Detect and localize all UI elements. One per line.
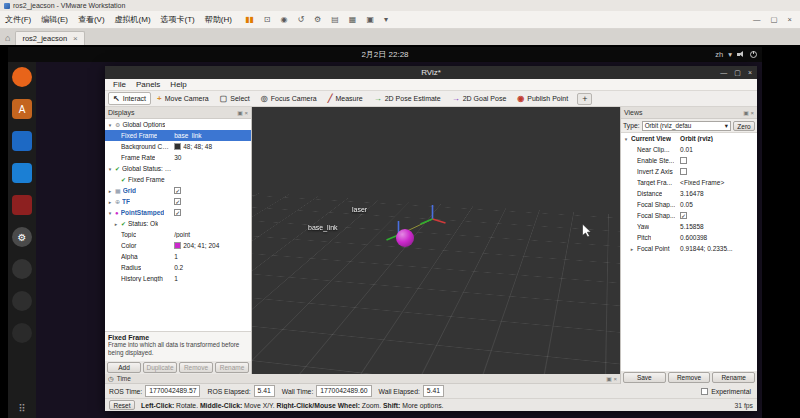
property-value-cell[interactable]: base_link xyxy=(172,132,251,139)
expander-icon[interactable]: ▾ xyxy=(107,166,113,172)
view-type-select[interactable]: Orbit (rviz_defau ▾ xyxy=(642,121,731,131)
experimental-checkbox[interactable] xyxy=(701,388,708,395)
value-checkbox[interactable]: ✓ xyxy=(174,198,181,205)
dock-app-icon[interactable] xyxy=(12,131,32,151)
dock-app-icon[interactable] xyxy=(12,195,32,215)
vmware-toolbar-icon[interactable]: ▮▮ xyxy=(245,15,254,24)
expander-icon[interactable]: ▾ xyxy=(107,122,113,128)
rviz-window-control-button[interactable]: × xyxy=(748,69,752,76)
expander-icon[interactable]: ▸ xyxy=(107,199,113,205)
dock-app-icon[interactable] xyxy=(12,323,32,343)
display-property-row[interactable]: ▸ ⊕ TF ✓ xyxy=(105,196,251,207)
display-property-row[interactable]: ▾ ✔ Global Status: Ok xyxy=(105,163,251,174)
panel-header-buttons[interactable]: ▣ × xyxy=(606,375,617,382)
vmware-toolbar-icon[interactable]: ⊡ xyxy=(264,15,271,24)
display-property-row[interactable]: ✔ Fixed Frame xyxy=(105,174,251,185)
vmware-menu-item[interactable]: 查看(V) xyxy=(73,14,110,25)
display-property-row[interactable]: ▸ ✔ Status: Ok xyxy=(105,218,251,229)
property-value-cell[interactable]: 204; 41; 204 xyxy=(172,242,251,249)
volume-icon[interactable] xyxy=(737,51,745,59)
window-control-button[interactable]: × xyxy=(788,15,792,24)
displays-panel-button[interactable]: Rename xyxy=(215,362,249,373)
display-property-row[interactable]: History Length 1 xyxy=(105,273,251,284)
property-value-cell[interactable]: 48; 48; 48 xyxy=(172,143,251,150)
property-value-cell[interactable]: 0.600398 xyxy=(678,234,757,241)
expander-icon[interactable]: ▸ xyxy=(107,188,113,194)
property-value-cell[interactable]: <Fixed Frame> xyxy=(678,179,757,186)
vmware-toolbar-icon[interactable]: ▦ xyxy=(349,15,357,24)
view-property-row[interactable]: Focal Shap... ✓ xyxy=(621,210,757,221)
add-tool-button[interactable]: + xyxy=(577,93,592,105)
property-value-cell[interactable]: ✓ xyxy=(172,198,251,205)
rviz-tool-button[interactable]: ╱ Measure xyxy=(323,92,368,105)
property-value-cell[interactable]: 30 xyxy=(172,154,251,161)
property-value-cell[interactable]: 1 xyxy=(172,253,251,260)
value-checkbox[interactable] xyxy=(680,168,687,175)
reset-button[interactable]: Reset xyxy=(109,400,135,410)
rviz-tool-button[interactable]: → 2D Goal Pose xyxy=(447,92,512,105)
rviz-window-control-button[interactable]: ▢ xyxy=(734,69,741,77)
display-property-row[interactable]: Frame Rate 30 xyxy=(105,152,251,163)
vmware-toolbar-icon[interactable]: ◉ xyxy=(280,15,287,24)
expander-icon[interactable]: ▾ xyxy=(107,210,113,216)
displays-panel-button[interactable]: Add xyxy=(107,362,141,373)
panel-header-buttons[interactable]: ▣ × xyxy=(743,109,754,116)
view-property-row[interactable]: Enable Ste... xyxy=(621,155,757,166)
panel-header-buttons[interactable]: ▣ × xyxy=(237,109,248,116)
vmware-menu-item[interactable]: 选项卡(T) xyxy=(156,14,200,25)
property-value-cell[interactable]: /point xyxy=(172,231,251,238)
vmware-menu-item[interactable]: 编辑(E) xyxy=(36,14,73,25)
vmware-toolbar-icon[interactable]: ▾ xyxy=(384,15,388,24)
expander-icon[interactable]: ▸ xyxy=(629,246,635,252)
rviz-tool-button[interactable]: ▢ Select xyxy=(215,92,255,105)
rviz-menu-item[interactable]: Panels xyxy=(131,80,165,89)
display-property-row[interactable]: ▸ ▦ Grid ✓ xyxy=(105,185,251,196)
dock-app-icon[interactable] xyxy=(12,67,32,87)
rviz-titlebar[interactable]: RViz* —▢× xyxy=(105,66,757,79)
expander-icon[interactable]: ▸ xyxy=(113,221,119,227)
vm-tab[interactable]: ros2_jeacson × xyxy=(15,31,84,45)
rviz-tool-button[interactable]: ↖ Interact xyxy=(108,92,151,105)
view-property-row[interactable]: Pitch 0.600398 xyxy=(621,232,757,243)
rviz-menu-item[interactable]: Help xyxy=(165,80,191,89)
view-property-row[interactable]: Distance 3.16478 xyxy=(621,188,757,199)
property-value-cell[interactable]: 1 xyxy=(172,275,251,282)
vmware-menu-item[interactable]: 文件(F) xyxy=(0,14,36,25)
experimental-toggle[interactable]: Experimental xyxy=(701,388,751,395)
view-property-row[interactable]: Yaw 5.15858 xyxy=(621,221,757,232)
property-value-cell[interactable]: ✓ xyxy=(678,212,757,219)
input-method-indicator[interactable]: zh xyxy=(715,50,723,59)
rviz-tool-button[interactable]: → 2D Pose Estimate xyxy=(369,92,446,105)
view-property-row[interactable]: Focal Shap... 0.05 xyxy=(621,199,757,210)
rviz-tool-button[interactable]: + Move Camera xyxy=(152,92,214,105)
view-property-row[interactable]: ▾ Current View Orbit (rviz) xyxy=(621,133,757,144)
topbar-system-tray[interactable]: zh ▾ xyxy=(715,47,757,62)
zero-button[interactable]: Zero xyxy=(733,121,755,131)
expander-icon[interactable]: ▾ xyxy=(623,136,629,142)
display-property-row[interactable]: Topic /point xyxy=(105,229,251,240)
display-property-row[interactable]: ▾ ⚙ Global Options xyxy=(105,119,251,130)
vmware-menu-item[interactable]: 帮助(H) xyxy=(200,14,237,25)
dock-app-icon[interactable]: ⚙ xyxy=(12,227,32,247)
property-value-cell[interactable] xyxy=(678,168,757,175)
vmware-toolbar-icon[interactable]: ⚙ xyxy=(314,15,321,24)
display-property-row[interactable]: Background Color 48; 48; 48 xyxy=(105,141,251,152)
vmware-toolbar-icon[interactable]: ▤ xyxy=(331,15,339,24)
display-property-row[interactable]: Radius 0.2 xyxy=(105,262,251,273)
views-panel-button[interactable]: Remove xyxy=(668,372,711,383)
window-control-button[interactable]: — xyxy=(753,15,761,24)
property-value-cell[interactable]: ✓ xyxy=(172,187,251,194)
dock-app-icon[interactable] xyxy=(12,163,32,183)
property-value-cell[interactable]: Orbit (rviz) xyxy=(678,135,757,142)
home-icon[interactable]: ⌂ xyxy=(3,33,15,45)
view-property-row[interactable]: Near Clip... 0.01 xyxy=(621,144,757,155)
property-value-cell[interactable]: 0.91844; 0.2335... xyxy=(678,245,757,252)
displays-panel-button[interactable]: Remove xyxy=(179,362,213,373)
dock-app-icon[interactable] xyxy=(12,291,32,311)
property-value-cell[interactable]: 5.15858 xyxy=(678,223,757,230)
dock-app-icon[interactable]: A xyxy=(12,99,32,119)
power-icon[interactable] xyxy=(750,51,757,58)
value-checkbox[interactable]: ✓ xyxy=(174,187,181,194)
value-checkbox[interactable] xyxy=(680,157,687,164)
dock-app-icon[interactable] xyxy=(12,259,32,279)
